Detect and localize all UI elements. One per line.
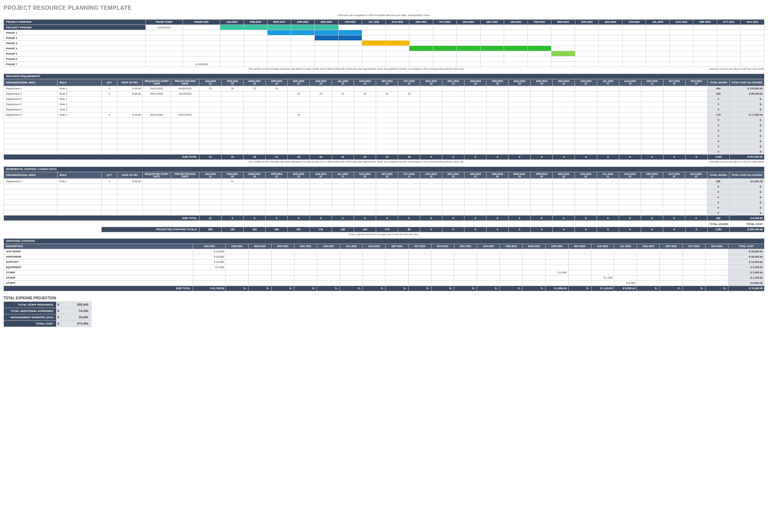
expense-cell[interactable]: [705, 270, 728, 275]
day-cell[interactable]: [222, 107, 244, 112]
day-cell[interactable]: [420, 184, 442, 189]
expense-cell[interactable]: [193, 275, 226, 280]
pend-cell[interactable]: [171, 210, 199, 216]
day-cell[interactable]: [442, 184, 464, 189]
gantt-cell[interactable]: [480, 35, 504, 41]
day-cell[interactable]: [597, 138, 619, 144]
gantt-cell[interactable]: [528, 62, 551, 67]
gantt-cell[interactable]: [717, 30, 741, 35]
expense-cell[interactable]: [317, 249, 340, 254]
day-cell[interactable]: [575, 102, 597, 107]
gantt-cell[interactable]: [315, 51, 339, 56]
day-cell[interactable]: [332, 128, 354, 133]
expense-cell[interactable]: [454, 259, 477, 265]
gantt-cell[interactable]: [220, 30, 244, 35]
gantt-cell[interactable]: [480, 56, 504, 62]
day-cell[interactable]: [509, 123, 531, 128]
day-cell[interactable]: [487, 210, 509, 216]
rate-cell[interactable]: [117, 102, 143, 107]
day-cell[interactable]: [685, 112, 707, 117]
day-cell[interactable]: [199, 189, 222, 195]
day-cell[interactable]: [398, 86, 420, 91]
expense-cell[interactable]: [523, 270, 545, 275]
org-cell[interactable]: Department 2: [4, 107, 57, 112]
gantt-cell[interactable]: [480, 25, 504, 30]
phase-end[interactable]: [183, 30, 220, 35]
day-cell[interactable]: [663, 112, 685, 117]
day-cell[interactable]: [553, 117, 575, 123]
day-cell[interactable]: 21: [199, 86, 222, 91]
day-cell[interactable]: [266, 96, 288, 102]
expense-cell[interactable]: [249, 265, 271, 270]
day-cell[interactable]: [332, 112, 354, 117]
expense-cell[interactable]: [591, 259, 614, 265]
day-cell[interactable]: [376, 123, 398, 128]
gantt-cell[interactable]: [670, 25, 693, 30]
day-cell[interactable]: [685, 144, 707, 149]
day-cell[interactable]: [464, 107, 487, 112]
qty-cell[interactable]: [102, 133, 117, 138]
day-cell[interactable]: [597, 184, 619, 189]
rate-cell[interactable]: [117, 123, 143, 128]
gantt-cell[interactable]: [717, 25, 741, 30]
day-cell[interactable]: [288, 107, 310, 112]
gantt-cell[interactable]: [528, 46, 551, 51]
gantt-cell[interactable]: [291, 56, 315, 62]
gantt-cell[interactable]: [433, 51, 457, 56]
day-cell[interactable]: [663, 149, 685, 154]
role-cell[interactable]: Role 1: [57, 179, 102, 184]
expense-cell[interactable]: [477, 265, 500, 270]
qty-cell[interactable]: [102, 128, 117, 133]
day-cell[interactable]: [398, 123, 420, 128]
qty-cell[interactable]: [102, 107, 117, 112]
gantt-cell[interactable]: [575, 25, 599, 30]
gantt-cell[interactable]: [267, 62, 291, 67]
day-cell[interactable]: [376, 138, 398, 144]
expense-cell[interactable]: [591, 249, 614, 254]
day-cell[interactable]: [663, 138, 685, 144]
org-cell[interactable]: Department 3: [4, 112, 57, 117]
expense-cell[interactable]: [545, 259, 568, 265]
gantt-cell[interactable]: [386, 62, 409, 67]
day-cell[interactable]: [685, 117, 707, 123]
day-cell[interactable]: [575, 184, 597, 189]
rstart-cell[interactable]: [143, 179, 171, 184]
day-cell[interactable]: [685, 102, 707, 107]
day-cell[interactable]: [487, 91, 509, 96]
expense-cell[interactable]: [340, 265, 363, 270]
role-cell[interactable]: [57, 144, 102, 149]
expense-cell[interactable]: [454, 280, 477, 286]
day-cell[interactable]: [663, 133, 685, 138]
expense-cell[interactable]: [340, 280, 363, 286]
day-cell[interactable]: [288, 189, 310, 195]
day-cell[interactable]: [398, 96, 420, 102]
day-cell[interactable]: [487, 184, 509, 189]
day-cell[interactable]: [509, 138, 531, 144]
gantt-cell[interactable]: [315, 25, 339, 30]
day-cell[interactable]: [553, 96, 575, 102]
day-cell[interactable]: [244, 123, 266, 128]
day-cell[interactable]: [597, 102, 619, 107]
day-cell[interactable]: [619, 205, 641, 210]
day-cell[interactable]: [376, 96, 398, 102]
day-cell[interactable]: [420, 149, 442, 154]
expense-cell[interactable]: [705, 275, 728, 280]
rate-cell[interactable]: [117, 205, 143, 210]
day-cell[interactable]: [619, 128, 641, 133]
day-cell[interactable]: [222, 184, 244, 189]
gantt-cell[interactable]: [291, 30, 315, 35]
rate-cell[interactable]: [117, 117, 143, 123]
gantt-cell[interactable]: [220, 56, 244, 62]
day-cell[interactable]: [354, 189, 376, 195]
expense-cell[interactable]: [226, 259, 249, 265]
expense-cell[interactable]: [454, 254, 477, 259]
expense-cell[interactable]: [271, 275, 294, 280]
gantt-cell[interactable]: [386, 46, 409, 51]
expense-cell[interactable]: [682, 249, 705, 254]
org-cell[interactable]: [4, 205, 57, 210]
expense-cell[interactable]: [545, 249, 568, 254]
gantt-cell[interactable]: [433, 30, 457, 35]
gantt-cell[interactable]: [504, 25, 528, 30]
expense-cell[interactable]: [363, 270, 386, 275]
day-cell[interactable]: [332, 133, 354, 138]
